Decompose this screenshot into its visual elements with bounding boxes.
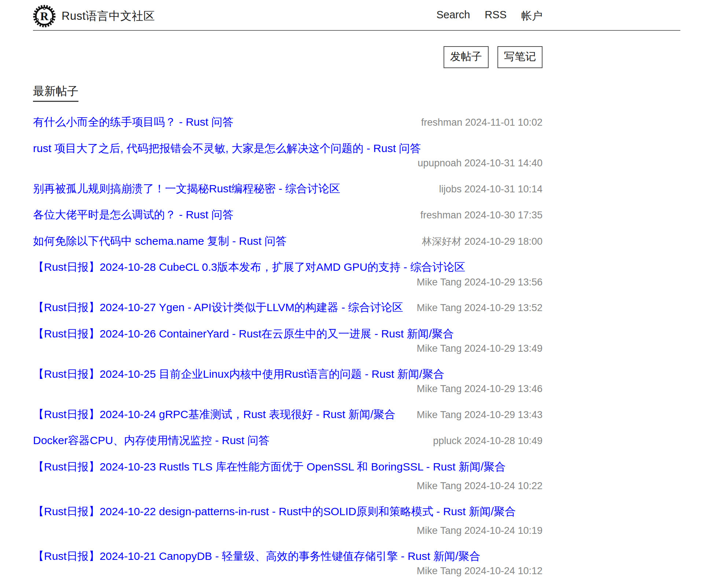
post-meta: Mike Tang 2024-10-29 13:43 bbox=[417, 408, 543, 422]
post-timestamp: 2024-11-01 10:02 bbox=[465, 117, 543, 128]
post-meta: Mike Tang 2024-10-29 13:49 bbox=[417, 342, 543, 355]
post-title-link[interactable]: Docker容器CPU、内存使用情况监控 - Rust 问答 bbox=[33, 433, 269, 448]
post-author: freshman bbox=[421, 117, 463, 128]
post-author: ppluck bbox=[433, 435, 462, 446]
rust-logo[interactable]: R bbox=[33, 5, 56, 27]
post-timestamp: 2024-10-29 13:43 bbox=[464, 409, 543, 420]
nav-search-link[interactable]: Search bbox=[436, 9, 470, 23]
post-author: Mike Tang bbox=[417, 409, 462, 420]
post-meta: Mike Tang 2024-10-29 13:46 bbox=[417, 382, 543, 396]
site-title[interactable]: Rust语言中文社区 bbox=[62, 8, 155, 24]
post-timestamp: 2024-10-29 13:52 bbox=[464, 302, 543, 313]
post-author: Mike Tang bbox=[417, 480, 462, 491]
post-row: 【Rust日报】2024-10-26 ContainerYard - Rust在… bbox=[33, 326, 543, 356]
post-timestamp: 2024-10-31 14:40 bbox=[464, 158, 543, 169]
post-title-link[interactable]: 【Rust日报】2024-10-25 目前企业Linux内核中使用Rust语言的… bbox=[33, 366, 444, 382]
post-row: 【Rust日报】2024-10-25 目前企业Linux内核中使用Rust语言的… bbox=[33, 366, 543, 396]
post-row: 有什么小而全的练手项目吗？ - Rust 问答 freshman 2024-11… bbox=[33, 114, 543, 130]
post-title-link[interactable]: 各位大佬平时是怎么调试的？ - Rust 问答 bbox=[33, 207, 234, 223]
post-title-link[interactable]: 别再被孤儿规则搞崩溃了！一文揭秘Rust编程秘密 - 综合讨论区 bbox=[33, 181, 340, 197]
post-title-link[interactable]: 【Rust日报】2024-10-26 ContainerYard - Rust在… bbox=[33, 326, 454, 342]
post-row: 【Rust日报】2024-10-28 CubeCL 0.3版本发布，扩展了对AM… bbox=[33, 259, 543, 289]
post-row: rust 项目大了之后, 代码把报错会不灵敏, 大家是怎么解决这个问题的 - R… bbox=[33, 141, 543, 170]
nav-account-link[interactable]: 帐户 bbox=[521, 9, 543, 23]
post-meta: freshman 2024-10-30 17:35 bbox=[420, 208, 543, 222]
post-author: upupnoah bbox=[418, 158, 462, 169]
post-title-link[interactable]: 【Rust日报】2024-10-21 CanopyDB - 轻量级、高效的事务性… bbox=[33, 549, 480, 564]
post-title-link[interactable]: 【Rust日报】2024-10-22 design-patterns-in-ru… bbox=[33, 504, 516, 520]
post-meta: Mike Tang 2024-10-24 10:22 bbox=[33, 479, 543, 493]
post-row: 【Rust日报】2024-10-23 Rustls TLS 库在性能方面优于 O… bbox=[33, 459, 543, 493]
post-row: 如何免除以下代码中 schema.name 复制 - Rust 问答 林深好材 … bbox=[33, 233, 543, 249]
top-nav: Search RSS 帐户 bbox=[436, 9, 543, 23]
post-timestamp: 2024-10-24 10:19 bbox=[464, 525, 543, 536]
post-author: Mike Tang bbox=[417, 565, 462, 576]
post-title-link[interactable]: 【Rust日报】2024-10-24 gRPC基准测试，Rust 表现很好 - … bbox=[33, 407, 396, 422]
post-timestamp: 2024-10-29 13:56 bbox=[464, 277, 543, 288]
post-title-link[interactable]: rust 项目大了之后, 代码把报错会不灵敏, 大家是怎么解决这个问题的 - R… bbox=[33, 141, 421, 156]
posts-list: 有什么小而全的练手项目吗？ - Rust 问答 freshman 2024-11… bbox=[33, 114, 543, 587]
post-row: Docker容器CPU、内存使用情况监控 - Rust 问答 ppluck 20… bbox=[33, 433, 543, 448]
post-title-link[interactable]: 有什么小而全的练手项目吗？ - Rust 问答 bbox=[33, 114, 234, 130]
svg-text:R: R bbox=[40, 10, 49, 23]
post-timestamp: 2024-10-29 13:49 bbox=[464, 343, 543, 354]
post-title-link[interactable]: 【Rust日报】2024-10-27 Ygen - API设计类似于LLVM的构… bbox=[33, 300, 403, 315]
post-author: Mike Tang bbox=[417, 343, 462, 354]
post-row: 【Rust日报】2024-10-21 CanopyDB - 轻量级、高效的事务性… bbox=[33, 549, 543, 578]
post-author: Mike Tang bbox=[417, 383, 462, 394]
latest-posts-heading[interactable]: 最新帖子 bbox=[33, 84, 78, 102]
nav-rss-link[interactable]: RSS bbox=[485, 9, 507, 23]
post-meta: freshman 2024-11-01 10:02 bbox=[421, 115, 543, 129]
post-meta: upupnoah 2024-10-31 14:40 bbox=[418, 156, 543, 170]
post-author: freshman bbox=[420, 210, 462, 221]
post-timestamp: 2024-10-24 10:22 bbox=[464, 480, 543, 491]
section-heading-wrap: 最新帖子 bbox=[33, 84, 728, 102]
post-meta: Mike Tang 2024-10-29 13:56 bbox=[417, 275, 543, 289]
post-author: lijobs bbox=[439, 184, 462, 195]
new-note-button[interactable]: 写笔记 bbox=[497, 46, 543, 68]
post-timestamp: 2024-10-24 10:12 bbox=[464, 565, 543, 576]
post-row: 【Rust日报】2024-10-24 gRPC基准测试，Rust 表现很好 - … bbox=[33, 407, 543, 422]
post-timestamp: 2024-10-28 10:49 bbox=[464, 435, 543, 446]
new-post-button[interactable]: 发帖子 bbox=[444, 46, 489, 68]
post-meta: ppluck 2024-10-28 10:49 bbox=[433, 434, 543, 448]
post-title-link[interactable]: 如何免除以下代码中 schema.name 复制 - Rust 问答 bbox=[33, 233, 287, 249]
post-timestamp: 2024-10-31 10:14 bbox=[464, 184, 543, 195]
post-meta: lijobs 2024-10-31 10:14 bbox=[439, 182, 543, 196]
post-row: 【Rust日报】2024-10-22 design-patterns-in-ru… bbox=[33, 504, 543, 538]
post-meta: Mike Tang 2024-10-29 13:52 bbox=[417, 301, 543, 315]
page: R Rust语言中文社区 Search RSS 帐户 发帖子 写笔记 最新帖子 … bbox=[0, 0, 728, 587]
header-divider bbox=[33, 30, 680, 31]
post-meta: Mike Tang 2024-10-24 10:12 bbox=[417, 564, 543, 578]
post-row: 【Rust日报】2024-10-27 Ygen - API设计类似于LLVM的构… bbox=[33, 300, 543, 315]
actions-bar: 发帖子 写笔记 bbox=[33, 46, 543, 68]
post-row: 别再被孤儿规则搞崩溃了！一文揭秘Rust编程秘密 - 综合讨论区 lijobs … bbox=[33, 181, 543, 197]
post-meta: Mike Tang 2024-10-24 10:19 bbox=[33, 524, 543, 538]
post-meta: 林深好材 2024-10-29 18:00 bbox=[422, 235, 543, 248]
post-timestamp: 2024-10-29 18:00 bbox=[464, 236, 543, 247]
post-timestamp: 2024-10-29 13:46 bbox=[464, 383, 543, 394]
post-author: Mike Tang bbox=[417, 525, 462, 536]
post-author: 林深好材 bbox=[422, 236, 462, 247]
post-title-link[interactable]: 【Rust日报】2024-10-23 Rustls TLS 库在性能方面优于 O… bbox=[33, 459, 505, 475]
post-title-link[interactable]: 【Rust日报】2024-10-28 CubeCL 0.3版本发布，扩展了对AM… bbox=[33, 259, 465, 275]
post-author: Mike Tang bbox=[417, 302, 462, 313]
rust-gear-icon: R bbox=[33, 5, 56, 27]
post-timestamp: 2024-10-30 17:35 bbox=[464, 210, 543, 221]
post-row: 各位大佬平时是怎么调试的？ - Rust 问答 freshman 2024-10… bbox=[33, 207, 543, 223]
post-author: Mike Tang bbox=[417, 277, 462, 288]
header: R Rust语言中文社区 Search RSS 帐户 bbox=[33, 0, 543, 30]
